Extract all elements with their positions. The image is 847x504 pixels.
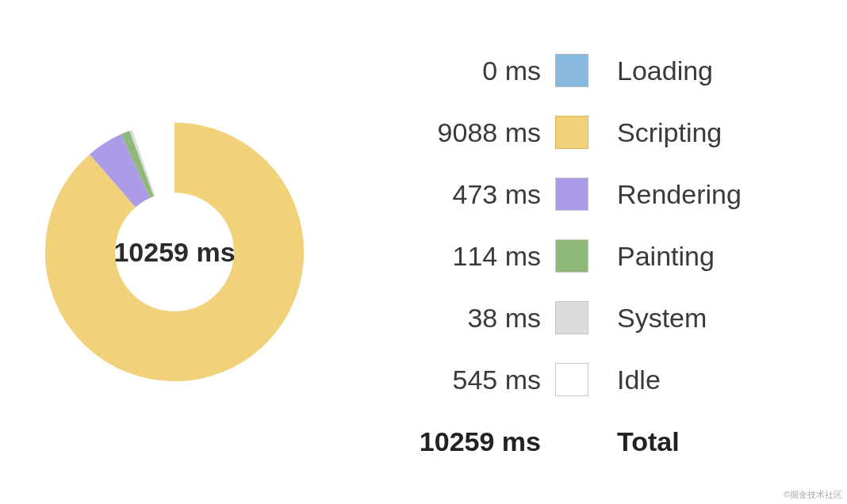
donut-center-total: 10259 ms xyxy=(40,117,309,387)
legend-value: 545 ms xyxy=(349,365,555,395)
legend-label: Scripting xyxy=(588,117,722,148)
legend-swatch xyxy=(555,301,588,334)
legend-row: 473 msRendering xyxy=(349,163,823,225)
legend-label: System xyxy=(588,303,707,334)
legend-swatch xyxy=(555,54,588,87)
donut-chart: 10259 ms xyxy=(40,117,309,387)
legend-label: Painting xyxy=(588,241,715,272)
legend-swatch xyxy=(555,363,588,396)
legend-row: 114 msPainting xyxy=(349,225,823,287)
legend-total-label: Total xyxy=(588,426,680,457)
legend-value: 114 ms xyxy=(349,241,555,272)
legend-label: Idle xyxy=(588,365,661,395)
legend-value: 38 ms xyxy=(349,303,555,334)
legend-swatch xyxy=(555,178,588,211)
legend-swatch xyxy=(555,116,588,149)
legend-row: 38 msSystem xyxy=(349,287,823,349)
donut-chart-area: 10259 ms xyxy=(0,0,349,504)
legend-total-value: 10259 ms xyxy=(349,426,555,457)
legend-label: Loading xyxy=(588,55,713,86)
legend-total-row: 10259 ms Total xyxy=(349,410,823,472)
legend-swatch xyxy=(555,239,588,273)
legend-value: 9088 ms xyxy=(349,117,555,148)
legend: 0 msLoading9088 msScripting473 msRenderi… xyxy=(349,32,847,472)
legend-value: 0 ms xyxy=(349,55,555,86)
watermark: ©掘金技术社区 xyxy=(784,489,842,501)
legend-row: 0 msLoading xyxy=(349,40,823,101)
legend-label: Rendering xyxy=(588,179,742,210)
legend-row: 9088 msScripting xyxy=(349,101,823,163)
legend-value: 473 ms xyxy=(349,179,555,210)
legend-row: 545 msIdle xyxy=(349,349,823,410)
